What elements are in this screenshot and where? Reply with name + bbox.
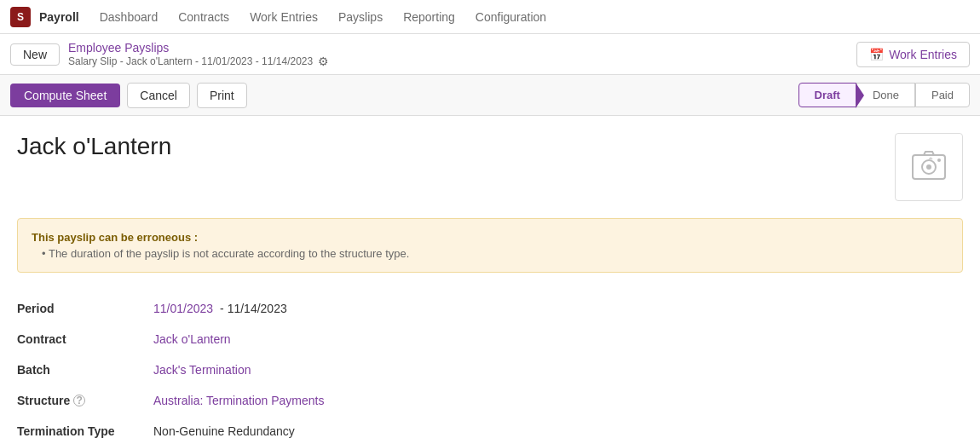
camera-icon bbox=[912, 149, 946, 186]
warning-item: The duration of the payslip is not accur… bbox=[42, 247, 948, 260]
employee-header: Jack o'Lantern bbox=[17, 133, 963, 201]
nav-reporting[interactable]: Reporting bbox=[395, 7, 464, 27]
new-button[interactable]: New bbox=[10, 43, 60, 66]
employee-avatar bbox=[895, 133, 963, 201]
contract-label: Contract bbox=[17, 324, 153, 354]
warning-title: This payslip can be erroneous : bbox=[32, 231, 948, 244]
status-paid[interactable]: Paid bbox=[915, 83, 970, 107]
structure-help-icon[interactable]: ? bbox=[73, 395, 85, 406]
toolbar: Compute Sheet Cancel Print Draft Done Pa… bbox=[0, 75, 980, 116]
employee-name: Jack o'Lantern bbox=[17, 133, 171, 160]
compute-sheet-button[interactable]: Compute Sheet bbox=[10, 84, 120, 107]
period-value: 11/01/2023 - 11/14/2023 bbox=[153, 293, 963, 324]
app-logo: S bbox=[10, 7, 31, 27]
status-draft[interactable]: Draft bbox=[798, 83, 856, 107]
warning-box: This payslip can be erroneous : The dura… bbox=[17, 218, 963, 273]
batch-value: Jack's Termination bbox=[153, 354, 963, 385]
structure-value: Australia: Termination Payments bbox=[153, 385, 963, 416]
nav-payslips[interactable]: Payslips bbox=[330, 7, 391, 27]
nav-contracts[interactable]: Contracts bbox=[170, 7, 238, 27]
toolbar-left: Compute Sheet Cancel Print bbox=[10, 83, 247, 108]
status-done[interactable]: Done bbox=[856, 83, 915, 107]
actionbar-left: New Employee Payslips Salary Slip - Jack… bbox=[10, 41, 329, 68]
termination-type-value: Non-Genuine Redundancy bbox=[153, 416, 963, 438]
form-grid: Period 11/01/2023 - 11/14/2023 Contract … bbox=[17, 293, 963, 438]
batch-label: Batch bbox=[17, 354, 153, 385]
actionbar: New Employee Payslips Salary Slip - Jack… bbox=[0, 34, 980, 75]
period-label: Period bbox=[17, 293, 153, 324]
svg-point-2 bbox=[926, 164, 931, 170]
topbar: S Payroll Dashboard Contracts Work Entri… bbox=[0, 0, 980, 34]
nav-dashboard[interactable]: Dashboard bbox=[91, 7, 167, 27]
work-entries-button[interactable]: 📅 Work Entries bbox=[856, 42, 970, 67]
main-content: Jack o'Lantern This payslip can be erron… bbox=[0, 116, 980, 438]
status-bar: Draft Done Paid bbox=[798, 83, 970, 107]
svg-point-3 bbox=[937, 158, 941, 162]
cancel-button[interactable]: Cancel bbox=[127, 83, 190, 108]
calendar-icon: 📅 bbox=[869, 48, 884, 61]
period-start: 11/01/2023 bbox=[153, 302, 213, 315]
period-dash: - 11/14/2023 bbox=[220, 302, 287, 315]
breadcrumb-main[interactable]: Employee Payslips bbox=[68, 41, 329, 55]
settings-gear-icon[interactable]: ⚙ bbox=[318, 55, 329, 68]
termination-type-label: Termination Type bbox=[17, 416, 153, 438]
nav-configuration[interactable]: Configuration bbox=[467, 7, 555, 27]
breadcrumb: Employee Payslips Salary Slip - Jack o'L… bbox=[68, 41, 329, 68]
print-button[interactable]: Print bbox=[197, 83, 247, 108]
app-name: Payroll bbox=[39, 10, 79, 24]
nav-work-entries[interactable]: Work Entries bbox=[241, 7, 326, 27]
breadcrumb-sub: Salary Slip - Jack o'Lantern - 11/01/202… bbox=[68, 55, 329, 68]
structure-label: Structure ? bbox=[17, 385, 153, 416]
contract-value: Jack o'Lantern bbox=[153, 324, 963, 354]
